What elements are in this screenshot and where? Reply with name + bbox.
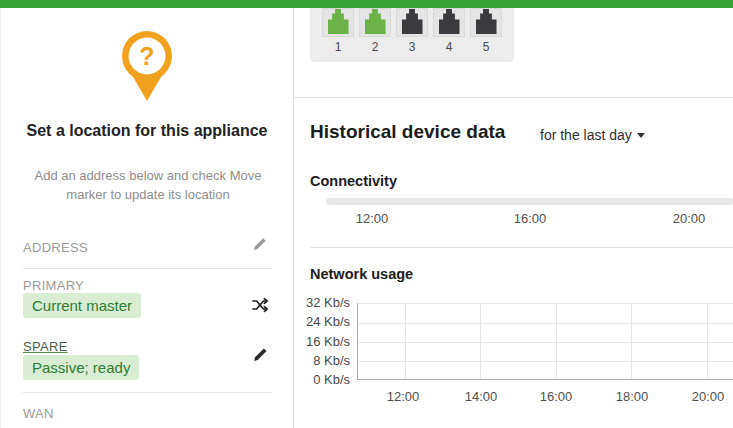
network-usage-section-title: Network usage [310,266,413,282]
network-usage-chart [357,303,733,380]
y-axis-label: 0 Kb/s [294,372,350,388]
pencil-icon [252,346,269,367]
port-number-label: 2 [359,40,391,54]
ethernet-port-icon [396,8,428,37]
gridline [358,342,733,343]
sidebar-subtext: Add an address below and check Move mark… [28,166,268,204]
chevron-down-icon [637,133,645,138]
tick-label: 16:00 [540,389,573,404]
divider [23,268,272,269]
device-detail-pane: 12345 Historical device data for the las… [294,8,733,428]
appliance-status-page: ? Set a location for this appliance Add … [0,0,733,428]
historical-data-title: Historical device data [310,121,505,143]
port-5[interactable]: 5 [470,8,502,54]
y-axis-label: 8 Kb/s [294,353,350,369]
top-accent-bar [0,0,733,8]
divider [23,392,272,393]
location-sidebar: ? Set a location for this appliance Add … [0,8,294,428]
primary-status-badge: Current master [23,293,141,318]
edit-address-button[interactable] [250,236,270,256]
divider [294,97,733,98]
question-location-pin-icon: ? [118,30,176,108]
port-number-label: 3 [396,40,428,54]
y-axis-label: 16 Kb/s [294,334,350,350]
tick-label: 14:00 [465,389,498,404]
port-1[interactable]: 1 [322,8,354,54]
port-3[interactable]: 3 [396,8,428,54]
shuffle-icon [251,296,269,318]
tick-label: 20:00 [692,389,725,404]
ethernet-port-icon [322,8,354,37]
tick-label: 16:00 [514,211,547,226]
connectivity-timeline-bar [326,198,733,205]
sidebar-heading: Set a location for this appliance [1,120,293,142]
port-number-label: 5 [470,40,502,54]
ethernet-port-icon [470,8,502,37]
ethernet-port-icon [359,8,391,37]
ethernet-port-icon [433,8,465,37]
pencil-icon [252,236,268,256]
swap-primary-button[interactable] [250,297,270,317]
port-number-label: 4 [433,40,465,54]
tick-label: 12:00 [356,211,389,226]
address-label: ADDRESS [23,240,88,255]
gridline [358,361,733,362]
time-range-label: for the last day [540,127,632,143]
tick-label: 18:00 [616,389,649,404]
divider [310,247,733,248]
port-number-label: 1 [322,40,354,54]
connectivity-section-title: Connectivity [310,173,397,189]
y-axis-label: 24 Kb/s [294,314,350,330]
port-2[interactable]: 2 [359,8,391,54]
tick-label: 20:00 [673,211,706,226]
edit-spare-button[interactable] [250,346,270,366]
gridline [358,323,733,324]
primary-label: PRIMARY [23,278,84,293]
time-range-dropdown[interactable]: for the last day [540,127,645,143]
spare-link[interactable]: SPARE [23,339,68,354]
svg-text:?: ? [139,42,154,70]
wan-label: WAN [23,406,54,421]
y-axis-label: 32 Kb/s [294,295,350,311]
port-4[interactable]: 4 [433,8,465,54]
tick-label: 12:00 [387,389,420,404]
spare-status-badge: Passive; ready [23,355,139,380]
ports-panel: 12345 [310,8,514,62]
